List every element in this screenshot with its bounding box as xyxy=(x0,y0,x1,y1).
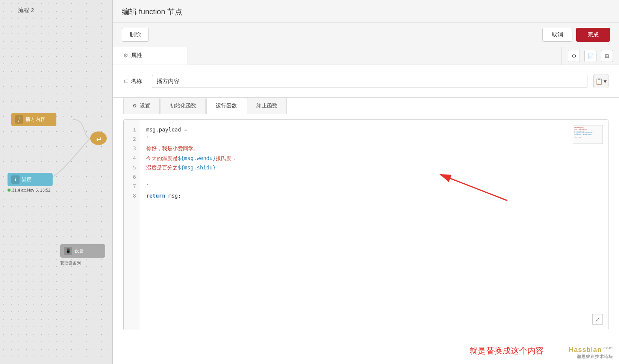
layout-icon-btn[interactable]: ⊞ xyxy=(601,50,613,62)
left-panel: 流程 2 ƒ 播方内容 ⇄ ℹ 温度 31.4 at: Nov 5, 13:52… xyxy=(0,0,113,364)
gear-small-icon: ⚙ xyxy=(133,103,137,109)
shuffle-icon: ⇄ xyxy=(96,135,101,142)
device-sublabel: 获取设备列 xyxy=(60,260,81,266)
node-status: 31.4 at: Nov 5, 13:52 xyxy=(8,188,50,192)
sub-tab-run[interactable]: 运行函数 xyxy=(206,98,246,114)
code-line-1: msg.payload = xyxy=(146,125,602,134)
minimap: msg.payload = 你好，我是小爱同学。 今天的温度是${msg.wen… xyxy=(573,125,603,144)
code-editor[interactable]: msg.payload = 你好，我是小爱同学。 今天的温度是${msg.wen… xyxy=(123,119,608,330)
delete-button[interactable]: 删除 xyxy=(122,28,149,42)
gear-icon: ⚙ xyxy=(123,52,128,59)
expand-button[interactable]: ⤢ xyxy=(592,314,603,325)
function-icon: ƒ xyxy=(15,115,23,124)
device-node-label: 设备 xyxy=(74,248,84,254)
tag-icon: 🏷 xyxy=(123,78,129,84)
page-title: 编辑 function 节点 xyxy=(122,8,182,16)
function-node-label: 播方内容 xyxy=(26,116,45,123)
watermark: Hassbian.com 瀚思彼岸技术论坛 xyxy=(569,346,613,359)
name-field-btn[interactable]: 📋 ▾ xyxy=(593,74,608,88)
sub-tab-settings[interactable]: ⚙ 设置 xyxy=(123,98,160,114)
status-dot xyxy=(8,189,11,192)
sub-tabs: ⚙ 设置 初始化函数 运行函数 终止函数 xyxy=(113,98,619,114)
chevron-down-icon: ▾ xyxy=(604,78,607,85)
sub-tab-init[interactable]: 初始化函数 xyxy=(160,98,206,114)
device-node[interactable]: 📱 设备 xyxy=(60,244,105,258)
device-icon: 📱 xyxy=(64,247,72,255)
annotation-text: 就是替换成这个内容 xyxy=(469,345,544,356)
header: 编辑 function 节点 xyxy=(113,0,619,23)
tab-properties-label: 属性 xyxy=(131,52,142,59)
right-panel: 编辑 function 节点 删除 取消 完成 ⚙ 属性 ⚙ 📄 ⊞ xyxy=(113,0,619,364)
info-icon-btn[interactable]: 📄 xyxy=(584,50,596,62)
brand-name: Hassbian.com xyxy=(569,346,613,353)
toolbar: 删除 取消 完成 xyxy=(113,23,619,47)
name-input[interactable] xyxy=(152,75,587,88)
annotation-area: 就是替换成这个内容 xyxy=(113,334,619,364)
info-node[interactable]: ℹ 温度 xyxy=(8,173,53,186)
flow-label: 流程 2 xyxy=(18,7,34,14)
code-content[interactable]: msg.payload = ` 你好，我是小爱同学。 今天的温度是${msg.w… xyxy=(140,120,608,330)
code-line-6 xyxy=(146,172,602,182)
done-button[interactable]: 完成 xyxy=(576,28,610,42)
code-line-5: 湿度是百分之${msg.shidu} xyxy=(146,163,602,172)
code-line-7: ` xyxy=(146,182,602,191)
tab-spacer xyxy=(188,47,561,65)
code-editor-wrapper: msg.payload = 你好，我是小爱同学。 今天的温度是${msg.wen… xyxy=(113,114,619,334)
code-line-3: 你好，我是小爱同学。 xyxy=(146,144,602,153)
main-content: ⚙ 属性 ⚙ 📄 ⊞ 🏷 名称 📋 ▾ xyxy=(113,47,619,364)
tab-properties[interactable]: ⚙ 属性 xyxy=(113,47,188,65)
info-node-label: 温度 xyxy=(22,176,32,183)
shuffle-node[interactable]: ⇄ xyxy=(90,131,107,145)
document-icon: 📋 xyxy=(595,78,603,85)
info-icon: ℹ xyxy=(11,175,20,184)
function-node[interactable]: ƒ 播方内容 xyxy=(11,113,56,126)
code-line-4: 今天的温度是${msg.wendu}摄氏度， xyxy=(146,154,602,163)
watermark-sub: 瀚思彼岸技术论坛 xyxy=(569,354,613,359)
cancel-button[interactable]: 取消 xyxy=(542,28,572,42)
properties-content: 🏷 名称 📋 ▾ xyxy=(113,65,619,98)
code-line-2: ` xyxy=(146,134,602,144)
tab-icons: ⚙ 📄 ⊞ xyxy=(561,47,619,65)
code-line-8: return msg; xyxy=(146,191,602,201)
tabs-section: ⚙ 属性 ⚙ 📄 ⊞ xyxy=(113,47,619,65)
name-label: 🏷 名称 xyxy=(123,78,146,85)
line-numbers: 1 2 3 4 5 6 7 8 xyxy=(124,120,140,330)
toolbar-right: 取消 完成 xyxy=(542,28,610,42)
sub-tab-stop[interactable]: 终止函数 xyxy=(247,98,287,114)
settings-icon-btn[interactable]: ⚙ xyxy=(568,50,580,62)
name-field-row: 🏷 名称 📋 ▾ xyxy=(123,74,608,88)
